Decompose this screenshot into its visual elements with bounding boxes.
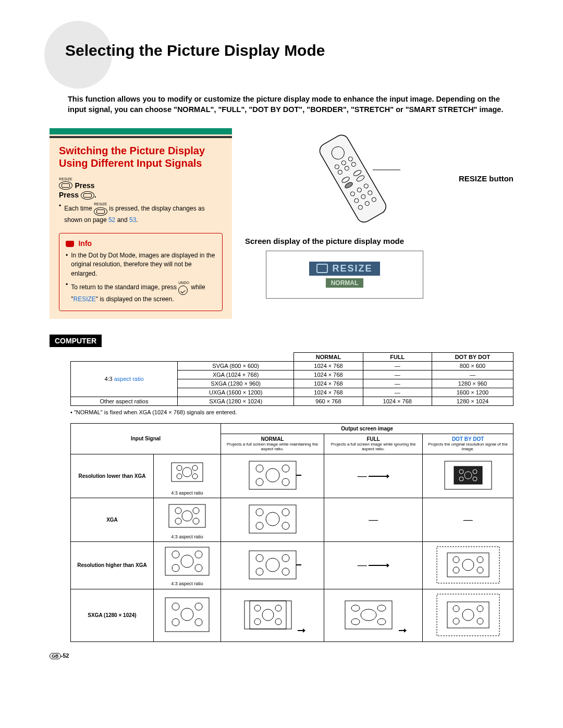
resize-small-2: RESIZE bbox=[94, 202, 107, 207]
diagram-input-4 bbox=[161, 595, 213, 634]
svg-point-24 bbox=[192, 465, 198, 471]
arrow-r3 bbox=[369, 563, 389, 568]
arrow-r4b bbox=[399, 628, 407, 633]
svg-rect-93 bbox=[345, 601, 392, 629]
svg-point-67 bbox=[282, 568, 289, 575]
svg-point-75 bbox=[462, 559, 474, 571]
resolution-table: NORMAL FULL DOT BY DOT 4:3 aspect ratio … bbox=[70, 352, 513, 406]
sig-0: SVGA (800 × 600) bbox=[177, 361, 293, 370]
svg-marker-92 bbox=[303, 628, 305, 633]
svg-point-88 bbox=[262, 609, 274, 621]
th2-full: FULLProjects a full screen image while i… bbox=[324, 434, 423, 454]
row3-label: Resolution higher than XGA bbox=[73, 562, 151, 568]
svg-point-26 bbox=[177, 474, 182, 479]
aspect-ratio-link[interactable]: aspect ratio bbox=[114, 376, 144, 382]
ratio-43-cell: 4:3 aspect ratio bbox=[71, 361, 178, 397]
info-book-icon bbox=[66, 241, 74, 247]
resize-small-label: RESIZE bbox=[59, 177, 72, 181]
arrow-r1 bbox=[369, 474, 389, 479]
press-text: Press bbox=[75, 181, 94, 190]
svg-point-53 bbox=[266, 512, 279, 526]
svg-point-74 bbox=[477, 557, 483, 563]
svg-rect-85 bbox=[250, 601, 286, 629]
osd-resize-badge: RESIZE bbox=[309, 262, 380, 276]
diagram-r1-normal bbox=[244, 457, 301, 493]
resize-button-icon bbox=[59, 181, 72, 190]
press-line: Press bbox=[75, 181, 94, 190]
svg-point-47 bbox=[182, 511, 192, 521]
diagram-r2-normal bbox=[244, 501, 301, 537]
svg-point-30 bbox=[282, 465, 289, 472]
svg-point-48 bbox=[175, 518, 181, 524]
r2-full-dash: — bbox=[369, 514, 378, 525]
svg-point-58 bbox=[195, 551, 202, 558]
osd-normal-badge: NORMAL bbox=[326, 278, 364, 288]
diagram-r1-dot bbox=[439, 457, 497, 493]
r3-full-dash: — bbox=[358, 560, 367, 570]
intro-text: This function allows you to modify or cu… bbox=[50, 94, 513, 115]
resize-button-label: RESIZE button bbox=[459, 174, 513, 183]
info-box: Info In the Dot by Dot Mode, images are … bbox=[59, 233, 223, 311]
th-normal: NORMAL bbox=[294, 352, 363, 361]
osd-resize-text: RESIZE bbox=[332, 263, 372, 274]
computer-tag: COMPUTER bbox=[50, 335, 102, 347]
svg-marker-36 bbox=[387, 474, 389, 478]
osd-box: RESIZE NORMAL bbox=[266, 251, 423, 299]
remote-illustration bbox=[245, 131, 454, 226]
press-label: Press . bbox=[59, 191, 96, 199]
svg-point-107 bbox=[477, 618, 483, 624]
svg-point-52 bbox=[282, 509, 289, 516]
svg-rect-101 bbox=[437, 594, 499, 636]
svg-point-60 bbox=[172, 564, 179, 572]
svg-rect-56 bbox=[165, 547, 209, 575]
right-panel: RESIZE button Screen display of the pict… bbox=[245, 128, 513, 319]
page-number: GB-52 bbox=[50, 652, 513, 659]
svg-point-27 bbox=[192, 474, 198, 479]
svg-point-59 bbox=[181, 555, 193, 567]
image-table: Input Signal Output screen image NORMALP… bbox=[70, 423, 513, 642]
svg-point-106 bbox=[453, 618, 459, 624]
svg-marker-100 bbox=[404, 628, 407, 633]
row2-label: XGA bbox=[73, 517, 151, 523]
svg-point-104 bbox=[477, 606, 483, 612]
svg-point-29 bbox=[256, 465, 263, 472]
svg-rect-62 bbox=[249, 551, 296, 579]
panel-heading: Switching the Picture Display Using Diff… bbox=[59, 144, 223, 169]
page-link-53[interactable]: 53 bbox=[129, 216, 136, 224]
svg-rect-71 bbox=[437, 547, 499, 583]
th-output: Output screen image bbox=[221, 423, 513, 434]
diagram-r3-normal bbox=[244, 547, 301, 583]
svg-point-25 bbox=[182, 467, 192, 477]
svg-rect-102 bbox=[447, 602, 489, 628]
th2-normal: NORMALProjects a full screen image while… bbox=[221, 434, 324, 454]
green-bar-decor bbox=[50, 128, 232, 134]
th-input-signal: Input Signal bbox=[71, 423, 221, 454]
svg-rect-22 bbox=[172, 463, 203, 482]
svg-point-81 bbox=[181, 608, 193, 621]
page-link-52[interactable]: 52 bbox=[108, 216, 115, 224]
diagram-input-3 bbox=[161, 544, 213, 578]
other-ratios-cell: Other aspect ratios bbox=[71, 397, 178, 405]
svg-point-94 bbox=[351, 605, 360, 611]
svg-point-80 bbox=[195, 603, 202, 610]
svg-point-86 bbox=[254, 605, 261, 611]
svg-point-63 bbox=[256, 554, 263, 562]
resize-button-icon-3 bbox=[94, 207, 107, 216]
gb-badge: GB bbox=[50, 653, 61, 659]
svg-point-33 bbox=[282, 478, 289, 486]
svg-point-82 bbox=[172, 619, 179, 626]
svg-point-23 bbox=[177, 465, 182, 471]
svg-rect-38 bbox=[454, 466, 482, 484]
th2-dot: DOT BY DOTProjects the original resoluti… bbox=[423, 434, 513, 454]
diagram-r3-dot bbox=[434, 544, 502, 586]
svg-point-65 bbox=[266, 558, 279, 572]
svg-rect-78 bbox=[165, 598, 209, 632]
svg-point-105 bbox=[462, 609, 474, 621]
svg-rect-72 bbox=[447, 553, 489, 577]
diagram-r4-dot bbox=[434, 591, 502, 638]
arrow-r4a bbox=[298, 628, 305, 633]
screen-display-title: Screen display of the picture display mo… bbox=[245, 237, 513, 245]
info-bullet-1: In the Dot by Dot Mode, images are displ… bbox=[66, 251, 216, 278]
resize-word-link: RESIZE bbox=[73, 295, 95, 303]
diagram-input-1 bbox=[164, 456, 211, 488]
